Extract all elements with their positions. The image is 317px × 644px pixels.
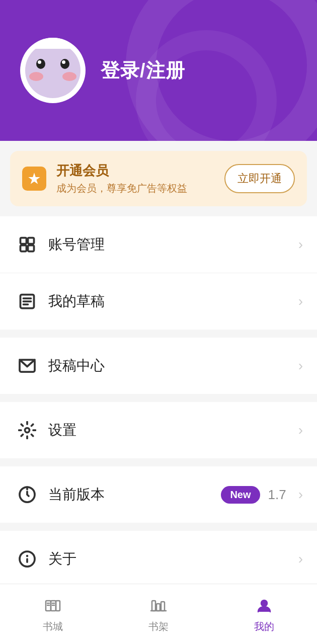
bookshelf-icon bbox=[147, 595, 170, 617]
svg-point-27 bbox=[261, 600, 267, 606]
bookstore-label: 书城 bbox=[43, 620, 63, 633]
svg-rect-0 bbox=[21, 238, 27, 244]
membership-icon bbox=[22, 167, 46, 191]
submit-label: 投稿中心 bbox=[48, 356, 294, 375]
svg-rect-24 bbox=[156, 604, 160, 611]
menu-item-version[interactable]: 当前版本 New 1.7 › bbox=[0, 466, 317, 523]
nav-mine[interactable]: 我的 bbox=[253, 595, 275, 633]
settings-chevron: › bbox=[298, 422, 303, 438]
submit-icon bbox=[14, 353, 40, 379]
about-icon bbox=[14, 546, 40, 572]
menu-item-about[interactable]: 关于 › bbox=[0, 531, 317, 587]
about-label: 关于 bbox=[48, 549, 294, 569]
login-register-label: 登录/注册 bbox=[101, 58, 185, 84]
membership-banner[interactable]: 开通会员 成为会员，尊享免广告等权益 立即开通 bbox=[10, 151, 307, 206]
menu-item-settings[interactable]: 设置 › bbox=[0, 402, 317, 458]
membership-open-button[interactable]: 立即开通 bbox=[224, 164, 295, 193]
draft-label: 我的草稿 bbox=[48, 292, 294, 311]
menu-item-draft[interactable]: 我的草稿 › bbox=[0, 273, 317, 330]
menu-section-3: 设置 › bbox=[0, 402, 317, 458]
svg-rect-25 bbox=[161, 602, 165, 611]
version-extra: New 1.7 › bbox=[221, 486, 303, 504]
menu-section-1: 账号管理 › 我的草稿 › bbox=[0, 216, 317, 330]
svg-rect-2 bbox=[28, 238, 34, 244]
settings-icon bbox=[14, 417, 40, 443]
version-label: 当前版本 bbox=[48, 485, 221, 504]
mine-icon bbox=[253, 595, 275, 617]
mine-label: 我的 bbox=[254, 620, 274, 633]
menu-item-account[interactable]: 账号管理 › bbox=[0, 216, 317, 273]
version-number: 1.7 bbox=[268, 487, 286, 503]
menu-item-submit[interactable]: 投稿中心 › bbox=[0, 338, 317, 394]
svg-rect-1 bbox=[21, 246, 27, 252]
nav-bookstore[interactable]: 书城 bbox=[42, 595, 64, 633]
settings-label: 设置 bbox=[48, 421, 294, 440]
version-icon bbox=[14, 481, 40, 508]
membership-subtitle: 成为会员，尊享免广告等权益 bbox=[56, 182, 214, 195]
draft-icon bbox=[14, 288, 40, 314]
version-chevron: › bbox=[298, 487, 303, 503]
svg-point-9 bbox=[25, 428, 30, 433]
profile-header[interactable]: 登录/注册 bbox=[0, 0, 317, 141]
svg-rect-3 bbox=[28, 246, 34, 252]
menu-section-2: 投稿中心 › bbox=[0, 338, 317, 394]
bookshelf-label: 书架 bbox=[148, 620, 169, 633]
menu-section-4: 当前版本 New 1.7 › bbox=[0, 466, 317, 523]
new-badge: New bbox=[221, 486, 260, 504]
account-chevron: › bbox=[298, 236, 303, 253]
avatar[interactable] bbox=[20, 38, 86, 103]
account-icon bbox=[14, 231, 40, 258]
bookstore-icon bbox=[42, 595, 64, 617]
nav-bookshelf[interactable]: 书架 bbox=[147, 595, 170, 633]
menu-section-5: 关于 › bbox=[0, 531, 317, 587]
svg-point-12 bbox=[27, 494, 28, 496]
account-label: 账号管理 bbox=[48, 235, 294, 254]
bottom-nav: 书城 书架 我的 bbox=[0, 584, 317, 644]
membership-info: 开通会员 成为会员，尊享免广告等权益 bbox=[56, 162, 214, 195]
about-chevron: › bbox=[298, 551, 303, 567]
svg-rect-23 bbox=[152, 601, 155, 611]
membership-title: 开通会员 bbox=[56, 162, 214, 180]
draft-chevron: › bbox=[298, 293, 303, 309]
svg-rect-22 bbox=[56, 601, 60, 611]
submit-chevron: › bbox=[298, 358, 303, 374]
